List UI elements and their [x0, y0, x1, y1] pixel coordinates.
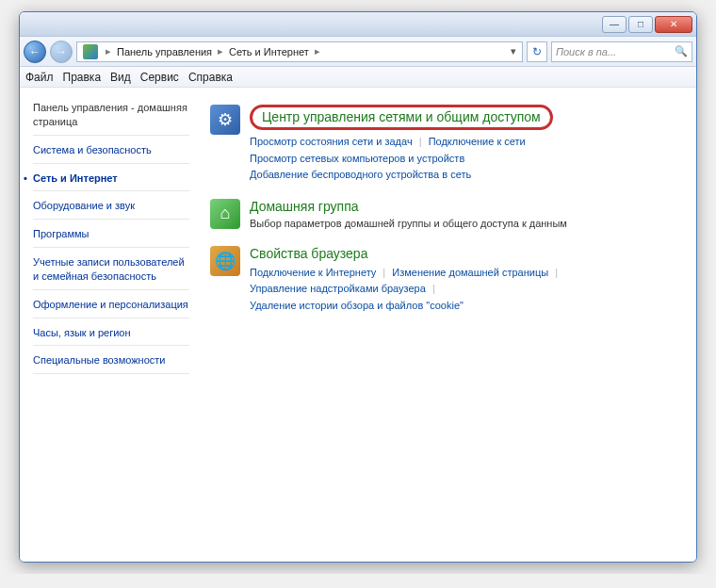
- address-bar: ← → ▸ Панель управления ▸ Сеть и Интерне…: [20, 37, 696, 67]
- sidebar: Панель управления - домашняя страница Си…: [20, 88, 199, 562]
- link-view-status[interactable]: Просмотр состояния сети и задач: [250, 136, 413, 147]
- sidebar-item-accessibility[interactable]: Специальные возможности: [33, 353, 189, 374]
- sidebar-home-link[interactable]: Панель управления - домашняя страница: [33, 101, 189, 136]
- sidebar-item-clock[interactable]: Часы, язык и регион: [33, 326, 189, 347]
- category-browser: 🌐 Свойства браузера Подключение к Интерн…: [210, 246, 685, 315]
- menubar: Файл Правка Вид Сервис Справка: [20, 67, 696, 88]
- chevron-right-icon: ▸: [311, 45, 324, 57]
- link-view-devices[interactable]: Просмотр сетевых компьютеров и устройств: [250, 153, 464, 164]
- internet-options-link[interactable]: Свойства браузера: [250, 246, 685, 261]
- menu-edit[interactable]: Правка: [63, 71, 102, 84]
- chevron-right-icon: ▸: [102, 45, 115, 57]
- category-network: ⚙ Центр управления сетями и общим доступ…: [210, 105, 685, 184]
- network-sublinks: Просмотр состояния сети и задач | Подклю…: [250, 134, 685, 184]
- minimize-button[interactable]: —: [602, 16, 626, 33]
- search-placeholder: Поиск в па...: [556, 46, 616, 57]
- homegroup-link[interactable]: Домашняя группа: [250, 199, 685, 214]
- search-icon: 🔍: [675, 45, 688, 57]
- sidebar-item-hardware[interactable]: Оборудование и звук: [33, 199, 189, 220]
- link-add-wireless[interactable]: Добавление беспроводного устройства в се…: [250, 169, 471, 180]
- link-connect-network[interactable]: Подключение к сети: [429, 136, 526, 147]
- menu-tools[interactable]: Сервис: [140, 71, 179, 84]
- link-homegroup-settings[interactable]: Выбор параметров домашней группы и общег…: [250, 218, 567, 229]
- sidebar-item-network[interactable]: Сеть и Интернет: [33, 172, 189, 192]
- menu-file[interactable]: Файл: [25, 71, 54, 84]
- link-delete-history[interactable]: Удаление истории обзора и файлов "cookie…: [250, 300, 464, 311]
- link-manage-addons[interactable]: Управление надстройками браузера: [250, 283, 426, 294]
- breadcrumb-dropdown[interactable]: ▾: [507, 45, 520, 57]
- sidebar-item-programs[interactable]: Программы: [33, 227, 189, 248]
- control-panel-icon: [83, 44, 98, 59]
- breadcrumb[interactable]: ▸ Панель управления ▸ Сеть и Интернет ▸ …: [76, 41, 523, 62]
- sidebar-item-appearance[interactable]: Оформление и персонализация: [33, 298, 189, 318]
- breadcrumb-root[interactable]: Панель управления: [115, 44, 214, 59]
- network-sharing-center-link[interactable]: Центр управления сетями и общим доступом: [250, 105, 553, 130]
- refresh-button[interactable]: ↻: [527, 41, 547, 62]
- titlebar: — □ ✕: [20, 12, 696, 37]
- maximize-button[interactable]: □: [628, 16, 653, 33]
- menu-help[interactable]: Справка: [188, 71, 233, 84]
- homegroup-icon: ⌂: [210, 199, 240, 229]
- browser-sublinks: Подключение к Интернету | Изменение дома…: [250, 265, 685, 315]
- explorer-window: — □ ✕ ← → ▸ Панель управления ▸ Сеть и И…: [19, 11, 697, 563]
- close-button[interactable]: ✕: [655, 16, 692, 33]
- search-input[interactable]: Поиск в па... 🔍: [551, 41, 692, 62]
- body: Панель управления - домашняя страница Си…: [20, 88, 696, 562]
- sidebar-item-accounts[interactable]: Учетные записи пользователей и семейная …: [33, 255, 189, 290]
- breadcrumb-leaf[interactable]: Сеть и Интернет: [227, 44, 311, 59]
- category-homegroup: ⌂ Домашняя группа Выбор параметров домаш…: [210, 199, 685, 231]
- link-connect-internet[interactable]: Подключение к Интернету: [250, 267, 376, 278]
- nav-back-button[interactable]: ←: [24, 41, 46, 63]
- content-panel: ⚙ Центр управления сетями и общим доступ…: [199, 88, 696, 562]
- menu-view[interactable]: Вид: [110, 71, 131, 84]
- nav-forward-button[interactable]: →: [50, 41, 73, 63]
- internet-options-icon: 🌐: [210, 246, 240, 276]
- chevron-right-icon: ▸: [214, 45, 227, 57]
- network-sharing-icon: ⚙: [210, 105, 240, 135]
- sidebar-item-system[interactable]: Система и безопасность: [33, 143, 189, 164]
- link-change-homepage[interactable]: Изменение домашней страницы: [392, 267, 548, 278]
